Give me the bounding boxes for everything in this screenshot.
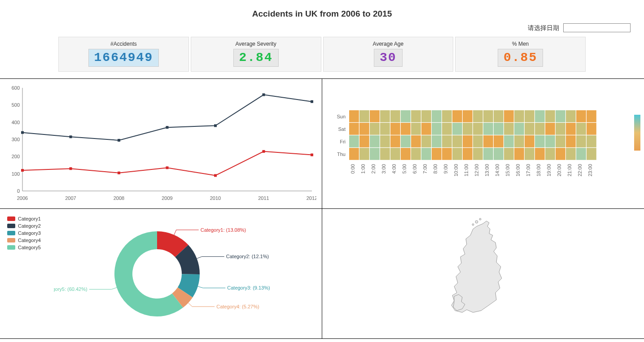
kpi-accidents: #Accidents 1664949 xyxy=(58,37,189,72)
legend-item[interactable]: Category2 xyxy=(7,223,54,229)
svg-rect-82 xyxy=(545,123,555,135)
uk-map[interactable] xyxy=(434,216,532,332)
svg-text:10:00: 10:00 xyxy=(453,164,458,177)
kpi-label: #Accidents xyxy=(63,41,184,47)
svg-text:5:00: 5:00 xyxy=(401,164,407,173)
svg-rect-124 xyxy=(463,148,473,160)
svg-rect-68 xyxy=(401,123,411,135)
legend-label: Category2 xyxy=(18,223,41,229)
svg-rect-57 xyxy=(545,110,555,122)
svg-rect-99 xyxy=(463,135,473,147)
svg-line-167 xyxy=(198,286,203,288)
kpi-row: #Accidents 1664949 Average Severity 2.84… xyxy=(0,37,644,78)
svg-rect-47 xyxy=(442,110,452,122)
heatmap-chart[interactable]: SunSatFriThu0:001:002:003:004:005:006:00… xyxy=(327,83,623,204)
svg-rect-91 xyxy=(380,135,390,147)
svg-rect-69 xyxy=(411,123,421,135)
svg-rect-126 xyxy=(483,148,493,160)
svg-line-170 xyxy=(188,303,192,307)
kpi-value: 1664949 xyxy=(88,49,159,67)
svg-rect-116 xyxy=(380,148,390,160)
svg-rect-125 xyxy=(473,148,483,160)
svg-rect-121 xyxy=(432,148,442,160)
line-chart-cell: 0100200300400500600200620072008200920102… xyxy=(0,79,322,209)
svg-text:3:00: 3:00 xyxy=(381,164,386,173)
svg-rect-101 xyxy=(483,135,493,147)
svg-rect-31 xyxy=(70,167,72,170)
svg-rect-53 xyxy=(504,110,514,122)
svg-rect-136 xyxy=(587,148,596,160)
line-chart[interactable]: 0100200300400500600200620072008200920102… xyxy=(4,83,316,204)
svg-rect-38 xyxy=(349,110,359,122)
svg-rect-67 xyxy=(390,123,400,135)
svg-text:Category1: (13.08%): Category1: (13.08%) xyxy=(201,227,246,233)
svg-rect-64 xyxy=(359,123,369,135)
svg-rect-49 xyxy=(463,110,473,122)
svg-text:600: 600 xyxy=(12,85,20,91)
svg-text:20:00: 20:00 xyxy=(556,164,561,177)
svg-text:0:00: 0:00 xyxy=(350,164,355,173)
svg-rect-119 xyxy=(411,148,421,160)
svg-line-173 xyxy=(112,288,117,290)
legend-item[interactable]: Category3 xyxy=(7,230,54,236)
svg-text:8:00: 8:00 xyxy=(432,164,438,173)
svg-rect-128 xyxy=(504,148,514,160)
svg-rect-58 xyxy=(556,110,565,122)
svg-rect-76 xyxy=(483,123,493,135)
svg-rect-27 xyxy=(214,124,217,127)
svg-rect-129 xyxy=(514,148,524,160)
svg-text:200: 200 xyxy=(12,154,20,159)
legend-item[interactable]: Category1 xyxy=(7,216,54,221)
svg-rect-133 xyxy=(556,148,565,160)
svg-rect-36 xyxy=(311,154,313,156)
svg-rect-83 xyxy=(556,123,565,135)
svg-text:9:00: 9:00 xyxy=(442,164,448,173)
svg-rect-100 xyxy=(473,135,483,147)
svg-point-176 xyxy=(475,221,478,223)
svg-rect-32 xyxy=(118,172,120,174)
svg-rect-89 xyxy=(359,135,369,147)
svg-rect-86 xyxy=(587,123,596,135)
svg-line-161 xyxy=(174,230,176,235)
date-picker-input[interactable] xyxy=(563,23,631,32)
svg-text:22:00: 22:00 xyxy=(577,164,582,177)
svg-rect-93 xyxy=(401,135,411,147)
legend-swatch xyxy=(7,216,15,221)
svg-text:2010: 2010 xyxy=(210,195,221,201)
svg-rect-97 xyxy=(442,135,452,147)
svg-rect-134 xyxy=(566,148,576,160)
date-picker-row: 请选择日期 xyxy=(0,23,644,37)
svg-rect-90 xyxy=(370,135,380,147)
svg-text:Category5: (60.42%): Category5: (60.42%) xyxy=(54,286,88,292)
svg-rect-105 xyxy=(525,135,534,147)
svg-rect-88 xyxy=(349,135,359,147)
svg-text:100: 100 xyxy=(12,171,20,177)
svg-rect-51 xyxy=(483,110,493,122)
svg-rect-117 xyxy=(390,148,400,160)
svg-line-164 xyxy=(197,256,202,258)
svg-text:2006: 2006 xyxy=(17,195,28,201)
svg-text:7:00: 7:00 xyxy=(422,164,427,173)
svg-rect-131 xyxy=(535,148,545,160)
svg-text:14:00: 14:00 xyxy=(494,164,499,177)
svg-rect-54 xyxy=(514,110,524,122)
heatmap-cell: SunSatFriThu0:001:002:003:004:005:006:00… xyxy=(322,79,644,209)
svg-text:2008: 2008 xyxy=(114,195,124,201)
kpi-value: 30 xyxy=(374,49,403,67)
svg-rect-109 xyxy=(566,135,576,147)
svg-rect-56 xyxy=(535,110,545,122)
legend-item[interactable]: Category5 xyxy=(7,245,54,250)
kpi-label: Average Age xyxy=(328,41,449,47)
svg-text:11:00: 11:00 xyxy=(463,164,469,177)
svg-rect-81 xyxy=(535,123,545,135)
legend-item[interactable]: Category4 xyxy=(7,238,54,243)
donut-legend: Category1Category2Category3Category4Cate… xyxy=(4,213,54,334)
svg-text:2009: 2009 xyxy=(162,195,172,201)
donut-chart[interactable]: Category1: (13.08%)Category2: (12.1%)Cat… xyxy=(54,213,287,334)
svg-rect-43 xyxy=(401,110,411,122)
svg-rect-26 xyxy=(166,126,169,129)
map-cell xyxy=(322,209,644,339)
svg-rect-44 xyxy=(411,110,421,122)
kpi-severity: Average Severity 2.84 xyxy=(191,37,321,72)
kpi-label: Average Severity xyxy=(196,41,316,47)
